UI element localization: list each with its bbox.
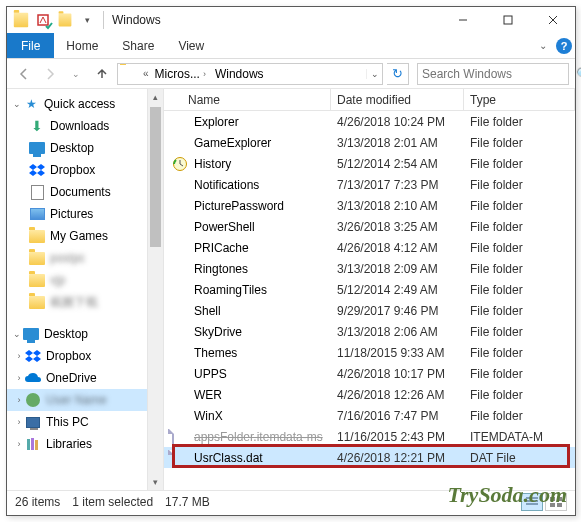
file-row[interactable]: UPPS 4/26/2018 10:17 PM File folder [164,363,575,384]
file-row[interactable]: WinX 7/16/2016 7:47 PM File folder [164,405,575,426]
new-folder-icon[interactable] [57,12,73,28]
file-rows[interactable]: Explorer 4/26/2018 10:24 PM File folder … [164,111,575,490]
breadcrumb-item[interactable]: Micros...› [152,67,212,81]
file-row[interactable]: GameExplorer 3/13/2018 2:01 AM File fold… [164,132,575,153]
scroll-up-icon[interactable]: ▴ [148,89,163,105]
file-row[interactable]: UsrClass.dat 4/26/2018 12:21 PM DAT File [164,447,575,468]
nav-item[interactable]: vjp [7,269,163,291]
search-icon[interactable]: 🔍 [576,67,581,81]
file-name: Notifications [194,178,259,192]
nav-item[interactable]: My Games [7,225,163,247]
file-date: 3/13/2018 2:06 AM [331,325,464,339]
file-row[interactable]: SkyDrive 3/13/2018 2:06 AM File folder [164,321,575,342]
folder-icon [172,303,188,319]
refresh-button[interactable]: ↻ [387,63,409,85]
properties-icon[interactable] [35,12,51,28]
file-row[interactable]: Ringtones 3/13/2018 2:09 AM File folder [164,258,575,279]
chevron-right-icon[interactable]: › [13,395,25,405]
nav-item[interactable]: Dropbox [7,159,163,181]
address-dropdown-icon[interactable]: ⌄ [366,69,382,79]
folder-icon [172,240,188,256]
status-count: 26 items [15,495,60,509]
column-name[interactable]: Name [164,89,331,110]
nav-item[interactable]: ›Dropbox [7,345,163,367]
file-row[interactable]: RoamingTiles 5/12/2014 2:49 AM File fold… [164,279,575,300]
nav-label: Downloads [50,119,109,133]
nav-item[interactable]: ⬇Downloads [7,115,163,137]
nav-item[interactable]: ›This PC [7,411,163,433]
nav-item[interactable]: Documents [7,181,163,203]
nav-label: vjp [50,273,65,287]
address-bar: ⌄ « Micros...› Windows ⌄ ↻ 🔍 [7,59,575,89]
tab-share[interactable]: Share [110,33,166,58]
file-type: File folder [464,178,575,192]
help-button[interactable]: ? [553,33,575,58]
folder-icon [172,177,188,193]
expand-ribbon-icon[interactable]: ⌄ [533,33,553,58]
chevron-right-icon[interactable]: › [13,373,25,383]
file-row[interactable]: Shell 9/29/2017 9:46 PM File folder [164,300,575,321]
svg-rect-14 [550,503,555,507]
file-row[interactable]: Notifications 7/13/2017 7:23 PM File fol… [164,174,575,195]
folder-icon [172,282,188,298]
file-tab[interactable]: File [7,33,54,58]
column-type[interactable]: Type [464,89,575,110]
file-row[interactable]: WER 4/26/2018 12:26 AM File folder [164,384,575,405]
chevron-down-icon[interactable]: ⌄ [11,99,23,109]
chevron-right-icon[interactable]: › [13,417,25,427]
file-name: Explorer [194,115,239,129]
qat-customize-icon[interactable]: ▾ [79,12,95,28]
icons-view-button[interactable] [545,493,567,511]
folder-icon [172,324,188,340]
nav-label: Documents [50,185,111,199]
chevron-down-icon[interactable]: ⌄ [11,329,23,339]
file-type: File folder [464,220,575,234]
minimize-button[interactable] [440,7,485,33]
file-type: File folder [464,367,575,381]
tab-view[interactable]: View [166,33,216,58]
back-button[interactable] [13,63,35,85]
file-row[interactable]: PRICache 4/26/2018 4:12 AM File folder [164,237,575,258]
tab-home[interactable]: Home [54,33,110,58]
nav-label: Desktop [44,327,88,341]
search-input[interactable] [418,67,576,81]
chevron-right-icon[interactable]: › [13,351,25,361]
nav-item[interactable]: ›OneDrive [7,367,163,389]
scroll-down-icon[interactable]: ▾ [148,474,163,490]
history-icon [172,156,188,172]
recent-button[interactable]: ⌄ [65,63,87,85]
chevron-right-icon[interactable]: › [13,439,25,449]
nav-item[interactable]: Pictures [7,203,163,225]
nav-item[interactable]: ›User Name [7,389,163,411]
svg-rect-13 [557,497,562,501]
breadcrumb[interactable]: « Micros...› Windows ⌄ [117,63,383,85]
scroll-thumb[interactable] [150,107,161,247]
title-bar: ▾ Windows [7,7,575,33]
breadcrumb-overflow[interactable]: « [140,68,152,79]
navigation-pane[interactable]: ⌄★Quick access⬇DownloadsDesktopDropboxDo… [7,89,164,490]
file-row[interactable]: PicturePassword 3/13/2018 2:10 AM File f… [164,195,575,216]
status-selection: 1 item selected [72,495,153,509]
search-box[interactable]: 🔍 [417,63,569,85]
nav-item[interactable]: 截圖下載 [7,291,163,313]
file-row[interactable]: Themes 11/18/2015 9:33 AM File folder [164,342,575,363]
details-view-button[interactable] [521,493,543,511]
column-date[interactable]: Date modified [331,89,464,110]
nav-scrollbar[interactable]: ▴ ▾ [147,89,163,490]
nav-item[interactable]: Desktop [7,137,163,159]
maximize-button[interactable] [485,7,530,33]
close-button[interactable] [530,7,575,33]
up-button[interactable] [91,63,113,85]
file-row[interactable]: History 5/12/2014 2:54 AM File folder [164,153,575,174]
divider [103,11,104,29]
nav-quick-access[interactable]: ⌄★Quick access [7,93,163,115]
nav-item[interactable]: postpc [7,247,163,269]
chevron-right-icon[interactable]: › [200,69,209,79]
file-row[interactable]: Explorer 4/26/2018 10:24 PM File folder [164,111,575,132]
nav-desktop[interactable]: ⌄Desktop [7,323,163,345]
file-row[interactable]: appsFolder.itemdata-ms 11/16/2015 2:43 P… [164,426,575,447]
forward-button[interactable] [39,63,61,85]
breadcrumb-item[interactable]: Windows [212,67,267,81]
nav-item[interactable]: ›Libraries [7,433,163,455]
file-row[interactable]: PowerShell 3/26/2018 3:25 AM File folder [164,216,575,237]
